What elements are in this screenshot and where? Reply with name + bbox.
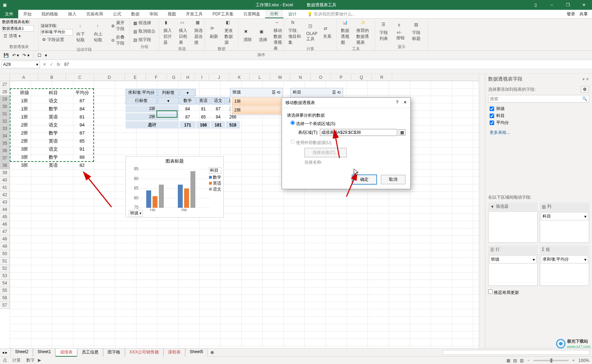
sheet-tab[interactable]: 员工信息 [77, 348, 103, 357]
column-header[interactable]: F [146, 74, 167, 81]
move-pivot-button[interactable]: ↔移动数据透视表 [271, 19, 285, 52]
cell[interactable]: 科目 [39, 89, 67, 96]
touch-mode-icon[interactable]: ☐ [38, 53, 41, 58]
cell[interactable]: 数学 [39, 153, 67, 161]
dialog-help-button[interactable]: ? [396, 100, 398, 105]
area-item-columns[interactable]: 科目▾ [541, 212, 588, 220]
field-checkbox[interactable]: 平均分 [490, 120, 588, 126]
column-header[interactable]: R [372, 74, 392, 81]
cell[interactable]: 2班 [11, 137, 39, 145]
row-header[interactable]: 47 [0, 228, 10, 235]
cell[interactable]: 3班 [11, 162, 39, 169]
pivot-col-label[interactable]: 列标签 [158, 89, 179, 96]
row-header[interactable]: 31 [0, 110, 10, 118]
legend-item[interactable]: 英语 [209, 180, 221, 186]
cell[interactable]: 81 [68, 113, 96, 121]
column-header[interactable]: D [94, 74, 125, 81]
tab-formulas[interactable]: 公式 [108, 10, 126, 18]
select-all-corner[interactable] [0, 74, 10, 81]
sheet-tab[interactable]: Sheet5 [185, 348, 208, 357]
column-header[interactable]: K [229, 74, 250, 81]
sheet-tab[interactable]: Sheet1 [33, 348, 55, 357]
more-tables-link[interactable]: 更多表格... [490, 130, 510, 135]
tab-pdf[interactable]: PDF工具集 [208, 10, 238, 18]
column-header[interactable]: I [195, 74, 209, 81]
legend-title[interactable]: 科目 [209, 167, 221, 174]
row-header[interactable]: 56 [0, 294, 10, 302]
cell[interactable]: 87 [68, 97, 96, 104]
tab-baidu[interactable]: 百度网盘 [238, 10, 265, 18]
row-header[interactable]: 48 [0, 235, 10, 243]
row-header[interactable]: 39 [0, 169, 10, 177]
share-button[interactable]: 共享 [579, 11, 588, 17]
radio-select-range[interactable]: 选择一个表或区域(S) [290, 121, 335, 126]
slicer-item[interactable]: 1班 [232, 97, 281, 105]
column-header[interactable]: N [290, 74, 311, 81]
olap-tools-button[interactable]: ◳OLAP 工具 [305, 23, 319, 43]
zoom-level[interactable]: 100% [578, 358, 589, 363]
row-header[interactable]: 28 [0, 88, 10, 96]
tab-data[interactable]: 数据 [126, 10, 144, 18]
cell[interactable]: 87 [68, 129, 96, 137]
recommended-pivot-button[interactable]: ✨推荐的数据透视表 [354, 19, 373, 46]
sheet-tab[interactable]: 课程表 [163, 348, 185, 357]
chevron-down-icon[interactable]: ▾ [584, 214, 586, 219]
row-header[interactable]: 36 [0, 147, 10, 154]
column-header[interactable]: A [10, 74, 38, 81]
column-header[interactable]: B [38, 74, 66, 81]
expand-field-button[interactable]: ⊕展开字段 [110, 19, 127, 33]
group-selection-button[interactable]: ▦组选择 [132, 19, 153, 27]
add-sheet-button[interactable]: ⊕ [210, 350, 214, 355]
cell[interactable]: 语文 [39, 145, 67, 153]
login-link[interactable]: 登录 [567, 11, 575, 17]
cell[interactable]: 语文 [39, 121, 67, 129]
cell[interactable]: 2班 [11, 129, 39, 137]
cell[interactable]: 班级 [11, 89, 39, 96]
column-header[interactable]: C [66, 74, 94, 81]
change-source-button[interactable]: ◧更改数据源 [222, 19, 236, 46]
tab-home[interactable]: 开始 [18, 10, 36, 18]
column-header[interactable]: G [167, 74, 181, 81]
filter-area[interactable] [488, 211, 538, 243]
cell[interactable]: 语文 [39, 97, 67, 104]
field-list-button[interactable]: ☰字段列表 [377, 21, 393, 42]
row-header[interactable]: 40 [0, 177, 10, 184]
worksheet-grid[interactable]: ABCDEFGHIJKLMNOPQR 272829303132333435363… [0, 74, 479, 348]
row-header[interactable]: 57 [0, 302, 10, 309]
ungroup-button[interactable]: ▥取消组合 [132, 28, 157, 35]
column-header[interactable]: P [331, 74, 351, 81]
filter-connections-button[interactable]: ▦筛选器连接 [192, 19, 206, 46]
row-header[interactable]: 44 [0, 206, 10, 213]
horizontal-scrollbar[interactable] [443, 350, 590, 355]
insert-timeline-button[interactable]: ▭插入日程表 [177, 19, 191, 46]
multi-select-icon[interactable]: ☰ [272, 90, 276, 95]
tab-layout[interactable]: 页面布局 [81, 10, 108, 18]
refresh-button[interactable]: ⟳刷新 [207, 25, 221, 40]
sheet-tab[interactable]: 田字格 [103, 348, 125, 357]
column-header[interactable]: H [181, 74, 195, 81]
pivot-table[interactable]: 求和项:平均分列标签▾ 行标签▾数学英语语文总计 1班8481872522班87… [125, 88, 241, 129]
column-header[interactable]: L [250, 74, 270, 81]
chevron-down-icon[interactable]: ▾ [584, 257, 586, 262]
confirm-entry-icon[interactable]: ✓ [50, 62, 53, 67]
cell[interactable]: 88 [68, 153, 96, 161]
close-button[interactable]: ✕ [576, 0, 592, 10]
row-header[interactable]: 55 [0, 287, 10, 294]
tab-developer[interactable]: 开发工具 [181, 10, 208, 18]
name-box[interactable]: A29▾ [1, 61, 40, 68]
cell[interactable]: 3班 [11, 153, 39, 161]
cell[interactable]: 94 [68, 121, 96, 129]
tab-file[interactable]: 文件 [0, 10, 18, 18]
view-break-icon[interactable]: ▧ [520, 358, 524, 363]
view-normal-icon[interactable]: ▦ [506, 358, 510, 363]
cell[interactable]: 英语 [39, 162, 67, 169]
row-header[interactable]: 50 [0, 250, 10, 257]
ribbon-options-icon[interactable]: ▯ [527, 0, 544, 10]
row-header[interactable]: 49 [0, 243, 10, 250]
slicer-item[interactable]: 2班 [232, 106, 281, 114]
column-header[interactable]: E [125, 74, 146, 81]
pane-close-icon[interactable]: ▾ ✕ [583, 77, 589, 82]
chevron-down-icon[interactable]: ▾ [533, 257, 535, 262]
fx-button[interactable]: fx [57, 62, 60, 67]
tell-me-search[interactable]: 💡告诉我您想要做什么... [307, 10, 355, 18]
